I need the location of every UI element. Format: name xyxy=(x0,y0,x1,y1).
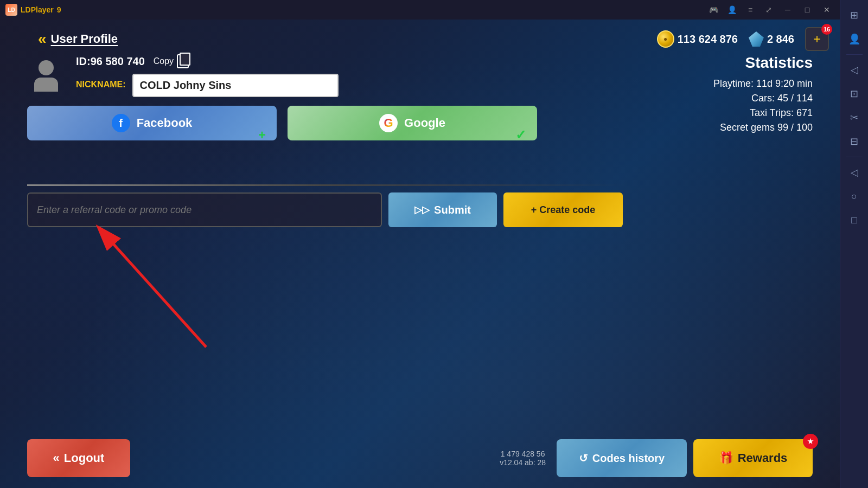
codes-history-button[interactable]: ↺ Codes history xyxy=(557,439,687,477)
fullscreen-icon[interactable]: ⤢ xyxy=(762,3,776,17)
sidebar-icon-scissors[interactable]: ✂ xyxy=(845,108,864,127)
sidebar-icon-profile[interactable]: 👤 xyxy=(845,29,864,49)
title-bar: LD LDPlayer 9 🎮 👤 ≡ ⤢ ─ □ ✕ xyxy=(0,0,840,20)
google-label: Google xyxy=(404,116,445,130)
rewards-badge-star xyxy=(807,438,814,445)
sidebar-icon-back[interactable]: ◁ xyxy=(845,60,864,80)
minimize-button[interactable]: ─ xyxy=(780,2,795,17)
logout-button[interactable]: « Logout xyxy=(27,439,130,477)
sidebar-icon-minus[interactable]: ⊟ xyxy=(845,132,864,151)
submit-label: Submit xyxy=(434,204,471,216)
google-icon: G xyxy=(379,114,398,132)
code-input-row: ▷▷ Submit + Create code xyxy=(27,192,623,227)
version-line1: 1 479 428 56 xyxy=(500,450,546,458)
promo-code-input[interactable] xyxy=(27,192,382,227)
id-row: ID:96 580 740 Copy xyxy=(76,54,339,68)
copy-label: Copy xyxy=(154,56,174,66)
rewards-label: Rewards xyxy=(738,451,788,465)
logout-label: Logout xyxy=(64,451,105,465)
sidebar-icon-undo[interactable]: ◁ xyxy=(845,163,864,182)
main-area: LD LDPlayer 9 🎮 👤 ≡ ⤢ ─ □ ✕ « User Profi… xyxy=(0,0,840,488)
window-controls: 🎮 👤 ≡ ⤢ ─ □ ✕ xyxy=(706,2,834,17)
gem-amount: 2 846 xyxy=(767,33,794,46)
coin-icon: ● xyxy=(657,30,674,48)
app-logo: LD LDPlayer 9 xyxy=(5,4,61,16)
playtime-stat: Playtime: 11d 9:20 min xyxy=(639,78,813,89)
version-info: 1 479 428 56 v12.04 ab: 28 xyxy=(500,450,546,467)
top-hud: « User Profile ● 113 624 876 2 846 + 16 xyxy=(27,22,840,56)
history-icon: ↺ xyxy=(579,452,588,465)
taxi-trips-stat: Taxi Trips: 671 xyxy=(639,107,813,119)
cars-stat: Cars: 45 / 114 xyxy=(639,93,813,104)
submit-button[interactable]: ▷▷ Submit xyxy=(388,192,497,227)
notification-badge: 16 xyxy=(821,24,832,35)
rewards-badge xyxy=(803,434,818,449)
coin-amount: 113 624 876 xyxy=(678,33,738,46)
menu-icon[interactable]: ≡ xyxy=(743,3,757,17)
nickname-input[interactable] xyxy=(132,74,339,97)
statistics-panel: Statistics Playtime: 11d 9:20 min Cars: … xyxy=(639,54,813,137)
plus-icon: + xyxy=(813,31,821,47)
gamepad-icon[interactable]: 🎮 xyxy=(706,3,720,17)
facebook-icon: f xyxy=(112,114,130,132)
maximize-button[interactable]: □ xyxy=(800,2,815,17)
close-button[interactable]: ✕ xyxy=(819,2,834,17)
google-connected-icon: ✓ xyxy=(515,127,526,143)
gem-icon xyxy=(749,31,764,47)
avatar xyxy=(27,57,65,95)
page-title: User Profile xyxy=(51,32,118,46)
secret-gems-stat: Secret gems 99 / 100 xyxy=(639,122,813,133)
back-arrow-icon: « xyxy=(38,30,47,48)
sidebar-divider-1 xyxy=(846,54,863,55)
divider xyxy=(27,184,623,186)
profile-area: ID:96 580 740 Copy NICKNAME: f Facebook … xyxy=(27,54,623,140)
social-buttons: f Facebook + G Google ✓ xyxy=(27,106,623,140)
user-id: ID:96 580 740 xyxy=(76,55,145,68)
app-name: LDPlayer xyxy=(21,5,54,14)
right-sidebar: ⊞ 👤 ◁ ⊡ ✂ ⊟ ◁ ○ □ xyxy=(840,0,868,488)
back-button[interactable]: « User Profile xyxy=(38,30,118,48)
coin-display: ● 113 624 876 xyxy=(657,30,738,48)
currency-area: ● 113 624 876 2 846 + 16 xyxy=(657,27,829,51)
profile-row: ID:96 580 740 Copy NICKNAME: xyxy=(27,54,623,97)
submit-arrow-icon: ▷▷ xyxy=(414,204,430,216)
facebook-button[interactable]: f Facebook + xyxy=(27,106,277,140)
codes-history-label: Codes history xyxy=(592,452,665,465)
version-line2: v12.04 ab: 28 xyxy=(500,458,546,467)
sidebar-divider-2 xyxy=(846,157,863,157)
sidebar-icon-gamepad[interactable]: ⊞ xyxy=(845,5,864,25)
app-version: 9 xyxy=(57,5,61,14)
code-area: ▷▷ Submit + Create code xyxy=(27,184,623,227)
gift-icon: 🎁 xyxy=(719,451,733,465)
copy-icon xyxy=(177,54,189,68)
facebook-label: Facebook xyxy=(137,116,193,130)
profile-info: ID:96 580 740 Copy NICKNAME: xyxy=(76,54,339,97)
gem-display: 2 846 xyxy=(749,31,794,47)
sidebar-icon-screen[interactable]: ⊡ xyxy=(845,84,864,104)
sidebar-icon-square[interactable]: □ xyxy=(845,210,864,230)
user-icon[interactable]: 👤 xyxy=(725,3,739,17)
sidebar-icon-circle[interactable]: ○ xyxy=(845,187,864,206)
bottom-bar: « Logout 1 479 428 56 v12.04 ab: 28 ↺ Co… xyxy=(27,439,813,477)
create-code-button[interactable]: + Create code xyxy=(503,192,623,227)
logout-arrow-icon: « xyxy=(53,451,60,465)
create-code-label: + Create code xyxy=(531,204,596,216)
avatar-body xyxy=(34,78,58,92)
nickname-label: NICKNAME: xyxy=(76,80,126,89)
statistics-title: Statistics xyxy=(639,54,813,72)
rewards-button[interactable]: 🎁 Rewards xyxy=(693,439,813,477)
google-button[interactable]: G Google ✓ xyxy=(288,106,537,140)
add-currency-button[interactable]: + 16 xyxy=(805,27,829,51)
ld-icon: LD xyxy=(5,4,17,16)
avatar-head xyxy=(39,60,54,75)
copy-button[interactable]: Copy xyxy=(154,54,189,68)
facebook-connected-icon: + xyxy=(258,127,266,143)
